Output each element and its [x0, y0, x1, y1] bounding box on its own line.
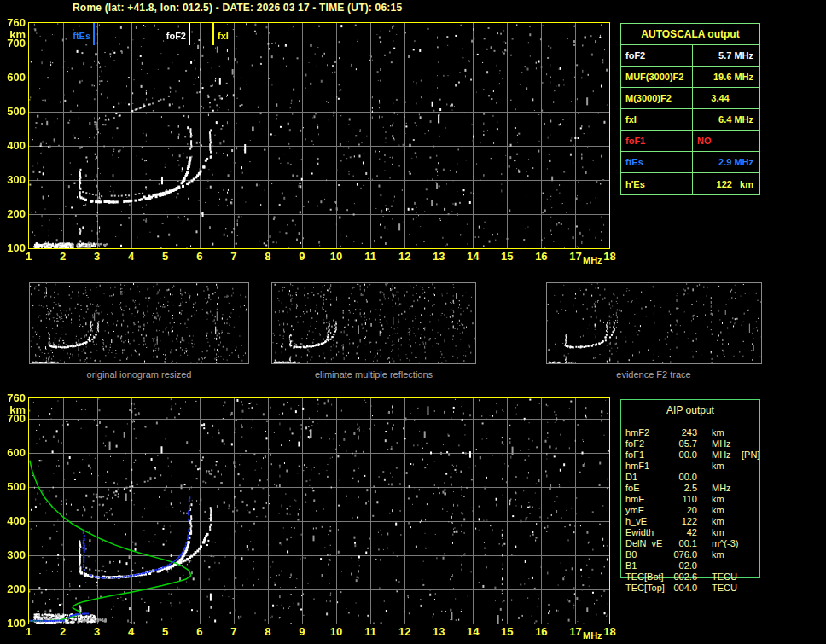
bottom-x-tick: 14	[462, 626, 484, 637]
aip-unit: km	[712, 549, 742, 560]
top-x-tick: 12	[393, 251, 416, 262]
bottom-y-tick: 760	[2, 392, 26, 403]
aip-value: 42	[671, 527, 697, 538]
top-x-tick: 4	[120, 251, 143, 262]
aip-row-b1: B102.0	[625, 560, 771, 571]
bottom-y-tick: 200	[2, 583, 26, 595]
autoscala-param-value: NO	[693, 131, 759, 151]
bottom-x-tick: 13	[428, 626, 450, 637]
top-x-tick: 6	[189, 251, 211, 262]
top-x-tick: 3	[86, 251, 108, 262]
top-y-axis-unit: km	[2, 29, 26, 40]
autoscala-param-label: h'Es	[621, 173, 693, 194]
aip-unit: TECU	[712, 571, 742, 583]
aip-row-hmf2: hmF2243km	[625, 427, 771, 438]
autoscala-param-label: ftEs	[621, 152, 693, 172]
aip-unit: MHz	[712, 450, 742, 461]
aip-label: DelN_vE	[625, 538, 671, 549]
aip-value: 004.0	[671, 583, 697, 594]
aip-label: TEC[Top]	[625, 583, 671, 594]
aip-value: 2.5	[671, 483, 697, 494]
aip-unit: km	[712, 527, 742, 538]
aip-row-fof1: foF100.0MHz[PN]	[625, 450, 771, 461]
bottom-x-tick: 6	[189, 626, 211, 637]
aip-unit: km	[712, 505, 742, 516]
aip-unit: m^(-3)	[712, 538, 742, 549]
aip-unit: MHz	[712, 438, 742, 450]
aip-label: Ewidth	[625, 527, 671, 538]
autoscala-row-fof2: foF25.7 MHz	[621, 45, 759, 67]
aip-value: 00.0	[671, 450, 697, 461]
top-x-tick: 7	[223, 251, 245, 262]
aip-row-hmf1: hmF1---km	[625, 461, 771, 472]
autoscala-param-value: 122 km	[693, 173, 759, 194]
top-x-tick: 13	[428, 251, 450, 262]
top-y-tick: 400	[2, 140, 26, 151]
autoscala-param-label: fxI	[621, 109, 693, 130]
aip-value: 243	[671, 427, 697, 438]
aip-row-yme: ymE20km	[625, 505, 771, 516]
aip-unit: TECU	[712, 583, 742, 594]
autoscala-param-label: MUF(3000)F2	[621, 67, 693, 87]
aip-row-tectop: TEC[Top]004.0TECU	[625, 583, 771, 594]
top-y-tick: 200	[2, 208, 26, 219]
autoscala-row-ftes: ftEs2.9 MHz	[621, 152, 759, 173]
thumbnail-caption-original: original ionogram resized	[87, 369, 192, 380]
autoscala-rows: foF25.7 MHzMUF(3000)F219.6 MHzM(3000)F23…	[621, 45, 759, 194]
autoscala-param-value: 5.7 MHz	[693, 45, 759, 66]
top-y-tick: 300	[2, 174, 26, 185]
top-y-tick: 600	[2, 72, 26, 83]
bottom-ionogram-plot	[28, 397, 610, 624]
aip-label: foE	[625, 483, 671, 494]
top-y-tick: 500	[2, 106, 26, 117]
thumbnail-original-canvas	[30, 283, 248, 363]
autoscala-param-label: M(3000)F2	[621, 88, 693, 108]
aip-value: 00.1	[671, 538, 697, 549]
top-x-axis-unit: MHz	[583, 255, 602, 265]
aip-value: 02.0	[671, 560, 697, 571]
top-x-tick: 14	[462, 251, 484, 262]
bottom-y-tick: 400	[2, 515, 26, 526]
top-x-tick: 5	[154, 251, 177, 262]
bottom-x-tick: 2	[52, 626, 74, 637]
marker-label-fof2: foF2	[155, 31, 186, 41]
bottom-x-tick: 1	[18, 626, 40, 637]
autoscala-param-label: foF1	[621, 131, 693, 151]
bottom-y-axis-unit: km	[2, 404, 26, 415]
aip-value: 00.0	[671, 472, 697, 483]
autoscala-param-value: 19.6 MHz	[693, 67, 759, 87]
aip-row-hme: hmE110km	[625, 494, 771, 505]
thumbnail-caption-evidence: evidence F2 trace	[616, 369, 690, 380]
aip-unit: km	[712, 427, 742, 438]
thumbnail-evidence-f2	[546, 282, 762, 364]
bottom-x-tick: 5	[154, 626, 177, 637]
aip-row-ewidth: Ewidth42km	[625, 527, 771, 538]
aip-unit	[712, 560, 742, 571]
aip-row-tecbot: TEC[Bot]002.6TECU	[625, 571, 771, 583]
marker-label-ftes: ftEs	[60, 31, 90, 41]
aip-row-d1: D100.0	[625, 472, 771, 483]
autoscala-param-label: foF2	[621, 45, 693, 66]
autoscala-row-fof1: foF1NO	[621, 131, 759, 152]
thumbnail-eliminate-reflections	[271, 282, 476, 364]
aip-label: foF1	[625, 450, 671, 461]
bottom-y-tick: 500	[2, 481, 26, 492]
top-x-tick: 10	[325, 251, 347, 262]
autoscala-row-muf3000f2: MUF(3000)F219.6 MHz	[621, 67, 759, 88]
bottom-y-tick: 300	[2, 549, 26, 560]
aip-extra: [PN]	[742, 450, 759, 461]
aip-value: ---	[671, 461, 697, 472]
aip-row-b0: B0076.0km	[625, 549, 771, 560]
top-y-tick: 760	[2, 17, 26, 28]
aip-row-fof2: foF205.7MHz	[625, 438, 771, 450]
top-x-tick: 16	[530, 251, 552, 262]
aip-panel-title: AIP output	[621, 400, 759, 421]
aip-row-foe: foE2.5MHz	[625, 483, 771, 494]
aip-value: 002.6	[671, 571, 697, 583]
top-x-tick: 1	[18, 251, 40, 262]
bottom-x-tick: 11	[359, 626, 381, 637]
bottom-x-tick: 3	[86, 626, 108, 637]
aip-value: 20	[671, 505, 697, 516]
bottom-x-tick: 8	[257, 626, 279, 637]
autoscala-row-fxi: fxI6.4 MHz	[621, 109, 759, 131]
